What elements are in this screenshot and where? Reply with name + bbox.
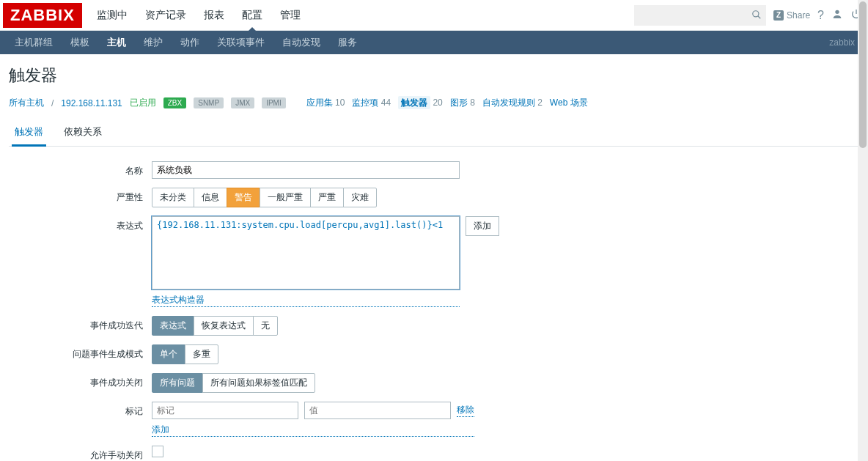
inner-tabs: 触发器 依赖关系 [9,119,859,147]
main-menu: 监测中 资产记录 报表 配置 管理 [88,0,309,31]
zbx-badge: ZBX [163,97,186,108]
ok-event-none[interactable]: 无 [253,316,278,336]
input-tag-name[interactable] [152,402,298,419]
content: 触发器 所有主机 / 192.168.11.131 已启用 ZBX SNMP J… [0,54,868,461]
breadcrumb-sep: / [51,98,54,108]
subnav-actions[interactable]: 动作 [172,30,208,55]
input-name[interactable] [152,161,460,179]
label-ok-event: 事件成功迭代 [9,316,152,332]
subnav-services[interactable]: 服务 [329,30,366,55]
checkbox-allow-manual[interactable] [152,446,163,457]
severity-high[interactable]: 严重 [310,188,344,207]
jmx-badge: JMX [231,97,254,108]
subnav-hosts[interactable]: 主机 [98,30,135,55]
label-severity: 严重性 [9,188,152,204]
subnav-maintenance[interactable]: 维护 [135,30,172,55]
scroll-thumb[interactable] [859,1,867,148]
help-icon[interactable]: ? [817,9,824,22]
severity-group: 未分类 信息 警告 一般严重 严重 灾难 [152,188,377,207]
severity-information[interactable]: 信息 [194,188,227,207]
link-graphs[interactable]: 图形 [450,97,468,108]
share-button[interactable]: Z Share [773,10,810,21]
ok-close-all[interactable]: 所有问题 [152,373,203,393]
status-enabled: 已启用 [130,97,156,109]
label-problem-mode: 问题事件生成模式 [9,344,152,361]
main-menu-administration[interactable]: 管理 [271,0,309,31]
tab-dependencies[interactable]: 依赖关系 [61,119,105,146]
ok-close-group: 所有问题 所有问题如果标签值匹配 [152,373,315,393]
subnav-correlation[interactable]: 关联项事件 [208,30,273,55]
subnav: 主机群组 模板 主机 维护 动作 关联项事件 自动发现 服务 zabbix [0,31,868,54]
label-ok-close: 事件成功关闭 [9,373,152,389]
search-wrap [634,5,766,26]
tag-row: 移除 [152,402,474,419]
label-expression: 表达式 [9,216,152,232]
topbar-right: Z Share ? [634,5,862,26]
label-name: 名称 [9,161,152,177]
count-items: 44 [381,97,391,108]
label-tags: 标记 [9,402,152,418]
severity-warning[interactable]: 警告 [227,188,260,207]
breadcrumb-host[interactable]: 192.168.11.131 [61,98,122,108]
svg-point-0 [753,10,759,16]
ipmi-badge: IPMI [262,97,286,108]
snmp-badge: SNMP [194,97,224,108]
breadcrumb: 所有主机 / 192.168.11.131 已启用 ZBX SNMP JMX I… [9,97,859,109]
textarea-expression[interactable]: {192.168.11.131:system.cpu.load[percpu,a… [152,216,460,289]
subnav-templates[interactable]: 模板 [62,30,98,55]
label-allow-manual: 允许手动关闭 [9,446,152,461]
scrollbar[interactable]: ▲ ▼ [858,0,868,461]
share-label: Share [787,10,810,21]
share-z-icon: Z [773,10,784,21]
page-title: 触发器 [9,64,859,86]
link-expression-constructor[interactable]: 表达式构造器 [152,294,460,307]
topbar: ZABBIX 监测中 资产记录 报表 配置 管理 Z Share ? [0,0,868,31]
subnav-discovery[interactable]: 自动发现 [273,30,329,55]
input-tag-value[interactable] [304,402,451,419]
svg-point-2 [835,10,839,13]
link-items[interactable]: 监控项 [352,97,378,108]
tab-trigger[interactable]: 触发器 [12,119,46,147]
main-menu-reports[interactable]: 报表 [195,0,233,31]
problem-mode-group: 单个 多重 [152,344,218,364]
problem-mode-single[interactable]: 单个 [152,344,185,364]
link-tag-add[interactable]: 添加 [152,424,474,437]
ok-event-recovery[interactable]: 恢复表达式 [194,316,254,336]
count-discovery: 2 [537,97,542,108]
search-icon[interactable] [751,10,762,22]
severity-average[interactable]: 一般严重 [260,188,311,207]
ok-close-if-tag[interactable]: 所有问题如果标签值匹配 [202,373,315,393]
add-expression-button[interactable]: 添加 [466,216,499,236]
logo: ZABBIX [3,3,82,28]
problem-mode-multiple[interactable]: 多重 [185,344,218,364]
subnav-hostgroups[interactable]: 主机群组 [6,30,62,55]
link-triggers[interactable]: 触发器 [398,96,430,109]
main-menu-monitoring[interactable]: 监测中 [88,0,136,31]
search-input[interactable] [634,5,766,26]
link-tag-remove[interactable]: 移除 [457,404,474,417]
user-icon[interactable] [831,8,843,23]
severity-not-classified[interactable]: 未分类 [152,188,194,207]
main-menu-inventory[interactable]: 资产记录 [136,0,195,31]
link-discovery[interactable]: 自动发现规则 [482,97,535,108]
ok-event-expression[interactable]: 表达式 [152,316,194,336]
breadcrumb-allhosts[interactable]: 所有主机 [9,97,44,109]
severity-disaster[interactable]: 灾难 [343,188,377,207]
count-triggers: 20 [433,97,442,108]
link-applications[interactable]: 应用集 [306,97,333,108]
form-area: 名称 严重性 未分类 信息 警告 一般严重 严重 灾难 [9,147,859,461]
svg-line-1 [758,15,761,18]
main-menu-configuration[interactable]: 配置 [233,0,271,31]
count-applications: 10 [335,97,345,108]
count-graphs: 8 [470,97,475,108]
ok-event-group: 表达式 恢复表达式 无 [152,316,278,336]
link-webscenarios[interactable]: Web 场景 [550,97,588,108]
